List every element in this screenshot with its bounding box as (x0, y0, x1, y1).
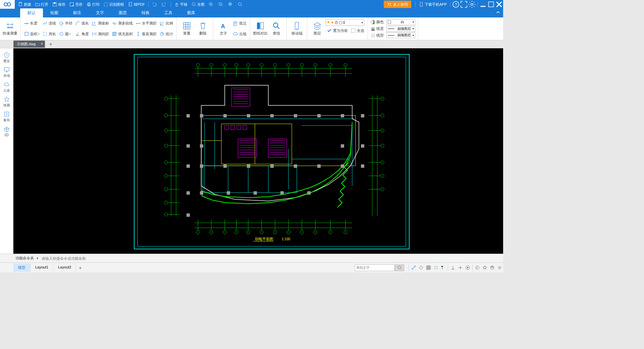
command-input[interactable] (42, 256, 503, 260)
color-property[interactable]: 颜色白▾ (371, 19, 415, 26)
undo-button[interactable] (150, 0, 160, 9)
layout-tab-model[interactable]: 模型 (13, 263, 31, 272)
layer-selector[interactable]: 0 ▾ (325, 19, 364, 26)
svg-rect-173 (361, 114, 364, 117)
menu-tab-draw[interactable]: 绘图 (43, 8, 66, 17)
topdf-button[interactable]: P转PDF (126, 0, 147, 9)
hdist-tool[interactable]: 水平测距 (134, 20, 158, 27)
delete-tool[interactable]: 删除 (195, 18, 211, 39)
add-file-tab-button[interactable]: + (48, 41, 54, 47)
annotate-tool[interactable]: 批注 (231, 20, 248, 27)
sidenav-recent[interactable]: 最近 (0, 50, 13, 65)
sidenav-local[interactable]: 本地 (0, 65, 13, 80)
help-button[interactable]: ? (452, 0, 460, 9)
fillarea-tool[interactable]: 填充面积 (110, 31, 134, 37)
new-button[interactable]: 新建 (16, 0, 33, 9)
maximize-button[interactable] (487, 0, 495, 9)
full-button[interactable]: 全图 (190, 0, 207, 9)
isometric-toggle[interactable] (488, 263, 496, 273)
svg-point-186 (475, 266, 479, 269)
menu-tab-tools[interactable]: 工具 (157, 8, 180, 17)
fullscreen-button[interactable] (460, 0, 468, 9)
find-tool[interactable]: 查找 (268, 18, 284, 39)
layout-tab-1[interactable]: Layout1 (31, 263, 53, 272)
sidenav-3d[interactable]: 3D (0, 124, 13, 139)
add-layout-button[interactable]: + (76, 263, 84, 272)
file-tab[interactable]: 示例图.dwg× (13, 41, 45, 48)
saveas-button[interactable]: 另存 (67, 0, 85, 9)
perpendicular-toggle[interactable] (449, 263, 457, 273)
area-tool[interactable]: 面积▾ (22, 31, 41, 37)
set-current-layer-tool[interactable]: 置为当前 (325, 27, 349, 34)
settings-status-button[interactable] (496, 263, 503, 273)
vdist-tool[interactable]: 垂直测距 (134, 31, 158, 37)
zoom-window-button[interactable] (226, 0, 236, 9)
command-dropdown[interactable]: ▼ (36, 257, 39, 260)
svg-point-16 (388, 3, 389, 4)
zoom-out-button[interactable] (216, 0, 226, 9)
close-tab-button[interactable]: × (41, 42, 43, 46)
save-button[interactable]: 保存 (50, 0, 67, 9)
favorites-toggle[interactable] (481, 263, 488, 273)
drawing-canvas[interactable]: 弱电平面图 1:100 (13, 48, 503, 254)
length-tool[interactable]: 长度 (22, 20, 41, 27)
arc-tool[interactable]: 弧长 (74, 20, 90, 27)
ortho-toggle[interactable] (432, 263, 439, 273)
redo-button[interactable] (160, 0, 169, 9)
menu-tab-default[interactable]: 默认 (20, 8, 43, 17)
calc-tool[interactable]: 算量 (179, 18, 195, 39)
layout-tab-2[interactable]: Layout2 (53, 263, 76, 272)
mobile-tool[interactable]: 移动端 (289, 18, 305, 39)
linetype-property[interactable]: 线型跟随图层▾ (371, 32, 415, 39)
text-tool[interactable]: A文字 (215, 18, 231, 39)
ocr-frame-button[interactable]: 识别图框 (102, 0, 126, 9)
color-display-toggle[interactable] (474, 263, 481, 273)
stats-tool[interactable]: 统计 (158, 31, 174, 37)
cloud-tool[interactable]: 云线 (231, 31, 248, 37)
settings-button[interactable] (468, 0, 476, 9)
perimeter-tool[interactable]: 周长 (41, 31, 57, 37)
search-text-input[interactable] (355, 264, 395, 271)
collapse-ribbon-button[interactable] (496, 10, 500, 15)
collab-button[interactable]: 多人协同 (384, 1, 411, 8)
menu-tab-layers[interactable]: 图层 (111, 8, 134, 17)
zoom-in-button[interactable] (207, 0, 216, 9)
select-all-tool[interactable]: 全选 (349, 27, 366, 34)
ratio-tool[interactable]: 比例 (158, 20, 174, 27)
grid-snap-toggle[interactable] (417, 263, 425, 273)
layer-panel-tool[interactable]: 图层 (309, 18, 325, 39)
download-app-button[interactable]: 下载手机APP (417, 0, 449, 9)
quick-measure-tool[interactable]: 快速测量 (2, 18, 18, 39)
close-window-button[interactable] (495, 0, 503, 9)
search-button[interactable] (395, 264, 404, 271)
pan-button[interactable]: 平移 (172, 0, 190, 9)
snap-endpoint-toggle[interactable] (410, 263, 417, 273)
svg-rect-146 (243, 126, 247, 130)
angle-tool[interactable]: 角度 (74, 31, 90, 37)
menu-tab-annotate[interactable]: 标注 (66, 8, 89, 17)
minimize-button[interactable] (479, 0, 487, 9)
sidenav-backup[interactable]: 备份 (0, 109, 13, 124)
continuous-tool[interactable]: 连续 (41, 20, 57, 27)
polar-toggle[interactable]: N (439, 263, 447, 273)
circle-tool[interactable]: 圆▾ (57, 31, 74, 37)
gap-tool[interactable]: 测间距 (90, 31, 110, 37)
compare-tool[interactable]: 图纸对比 (252, 18, 268, 39)
open-button[interactable]: 打开 (33, 0, 50, 9)
menu-tab-text[interactable]: 文字 (89, 8, 111, 17)
menu-tab-library[interactable]: 图库 (180, 8, 203, 17)
multiseg-tool[interactable]: 测多段线 (110, 20, 134, 27)
sidenav-cloud[interactable]: 云盘 (0, 80, 13, 95)
svg-point-57 (300, 63, 304, 67)
coord-tool[interactable]: 测坐标 (90, 20, 110, 27)
grid-toggle[interactable] (425, 263, 432, 273)
radius-tool[interactable]: 半径 (57, 20, 74, 27)
svg-point-111 (164, 213, 168, 216)
add-snap-button[interactable] (457, 263, 464, 273)
lineweight-property[interactable]: 线宽跟随图层▾ (371, 26, 415, 32)
zoom-reset-button[interactable] (236, 0, 246, 9)
sidenav-fav[interactable]: 收藏 (0, 95, 13, 109)
print-button[interactable]: 打印 (85, 0, 102, 9)
lineweight-display-toggle[interactable] (464, 263, 471, 273)
menu-tab-convert[interactable]: 转换 (134, 8, 157, 17)
